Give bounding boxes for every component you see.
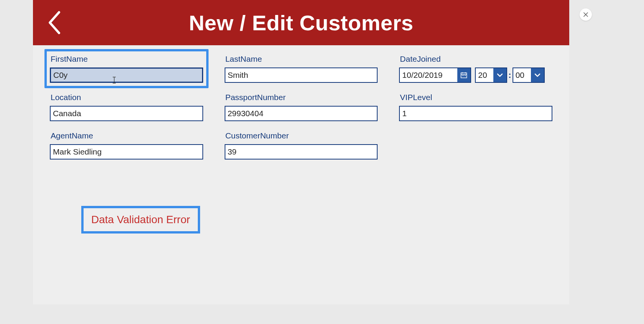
label-passport: PassportNumber — [225, 93, 378, 102]
minute-spinner — [513, 67, 545, 83]
input-firstname[interactable] — [50, 67, 203, 83]
field-location: Location — [50, 93, 203, 121]
chevron-left-icon — [47, 10, 61, 35]
calendar-icon — [460, 72, 467, 79]
hour-dropdown-button[interactable] — [493, 68, 506, 82]
input-hour[interactable] — [476, 68, 493, 82]
back-button[interactable] — [44, 9, 64, 36]
field-viplevel: VIPLevel — [399, 93, 552, 121]
chevron-down-icon — [496, 73, 503, 77]
minute-dropdown-button[interactable] — [531, 68, 544, 82]
input-date[interactable] — [400, 68, 457, 82]
field-firstname: FirstName — [44, 49, 209, 88]
svg-rect-6 — [465, 75, 466, 76]
calendar-button[interactable] — [457, 68, 470, 82]
input-lastname[interactable] — [225, 67, 378, 83]
hour-spinner — [475, 67, 507, 83]
header-bar: New / Edit Customers — [33, 0, 569, 45]
field-passport: PassportNumber — [225, 93, 378, 121]
label-lastname: LastName — [225, 54, 378, 64]
form-panel: New / Edit Customers FirstName LastName … — [33, 0, 569, 304]
input-minute[interactable] — [513, 68, 531, 82]
field-agentname: AgentName — [50, 131, 203, 160]
label-viplevel: VIPLevel — [399, 93, 552, 102]
validation-error-box: Data Validation Error — [81, 206, 200, 234]
page-title: New / Edit Customers — [189, 10, 414, 35]
time-separator: : — [508, 70, 511, 80]
input-customernumber[interactable] — [225, 144, 378, 160]
input-passport[interactable] — [225, 106, 378, 121]
label-firstname: FirstName — [50, 54, 203, 64]
validation-error-text: Data Validation Error — [91, 214, 190, 226]
label-agentname: AgentName — [50, 131, 203, 140]
form-grid: FirstName LastName DateJoined — [33, 45, 569, 169]
field-lastname: LastName — [225, 54, 378, 83]
svg-rect-5 — [463, 75, 464, 76]
input-agentname[interactable] — [50, 144, 203, 160]
close-button[interactable] — [580, 8, 592, 21]
svg-rect-4 — [462, 75, 463, 76]
chevron-down-icon — [534, 73, 541, 77]
date-picker — [399, 67, 471, 83]
input-viplevel[interactable] — [399, 106, 552, 121]
field-datejoined: DateJoined — [399, 54, 552, 83]
close-icon — [583, 12, 588, 17]
datejoined-row: : — [399, 67, 552, 83]
label-location: Location — [50, 93, 203, 102]
label-customernumber: CustomerNumber — [225, 131, 378, 140]
label-datejoined: DateJoined — [399, 54, 552, 64]
field-customernumber: CustomerNumber — [225, 131, 378, 160]
input-location[interactable] — [50, 106, 203, 121]
